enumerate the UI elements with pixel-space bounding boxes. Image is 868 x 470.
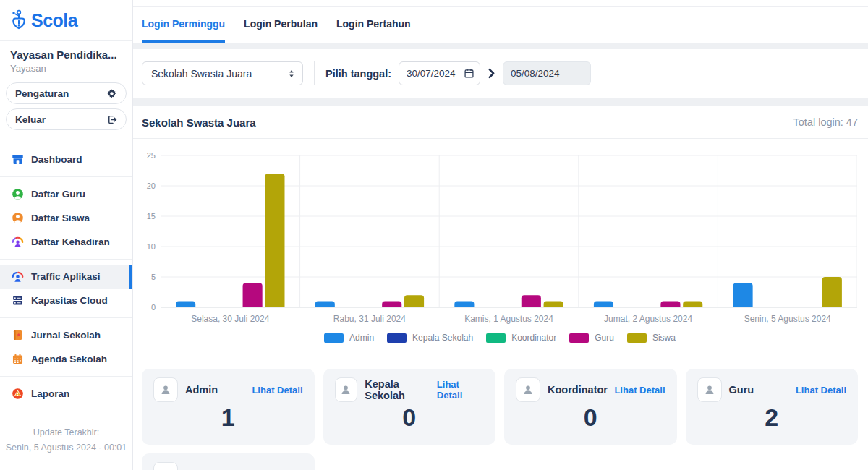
sidebar-item-dashboard[interactable]: Dashboard — [0, 148, 132, 171]
card-title: Koordinator — [548, 384, 608, 396]
svg-text:Rabu, 31 Juli 2024: Rabu, 31 Juli 2024 — [333, 314, 406, 324]
settings-button[interactable]: Pengaturan — [6, 82, 127, 104]
chart-bar — [594, 302, 613, 307]
legend-label: Kepala Sekolah — [412, 333, 473, 343]
lihat-detail-link[interactable]: Lihat Detail — [614, 385, 665, 396]
report-header: Sekolah Swasta Juara Total login: 47 — [133, 106, 868, 139]
chart-bar — [822, 277, 842, 307]
sidebar-item-daftar-guru[interactable]: Daftar Guru — [0, 182, 132, 206]
sidebar-item-daftar-siswa[interactable]: Daftar Siswa — [0, 206, 132, 230]
filter-bar: Sekolah Swasta Juara Pilih tanggal: — [133, 49, 868, 98]
tab-login-perminggu[interactable]: Login Perminggu — [142, 7, 225, 43]
chart-legend: AdminKepala SekolahKoordinatorGuruSiswa — [142, 329, 858, 346]
person-icon — [335, 377, 358, 402]
chevron-right-icon — [488, 68, 495, 79]
legend-label: Guru — [595, 333, 614, 343]
report-warning-icon — [12, 388, 24, 400]
card-kepala-sekolah: Kepala Sekolah Lihat Detail 0 — [323, 369, 496, 445]
card-title: Guru — [729, 384, 754, 396]
svg-text:0: 0 — [151, 303, 156, 312]
section-gap — [133, 98, 868, 106]
nav-group-school: Jurnal Sekolah Agenda Sekola — [0, 318, 132, 376]
org-type: Yayasan — [10, 63, 122, 74]
legend-label: Koordinator — [511, 333, 556, 343]
sidebar-item-jurnal-sekolah[interactable]: Jurnal Sekolah — [0, 323, 132, 347]
card-title: Kepala Sekolah — [365, 378, 437, 401]
legend-item: Kepala Sekolah — [387, 333, 473, 343]
report-title: Sekolah Swasta Juara — [142, 116, 256, 129]
logout-button[interactable]: Keluar — [6, 108, 127, 130]
logo[interactable]: Scola — [0, 0, 132, 41]
legend-swatch — [486, 333, 506, 343]
school-select-value: Sekolah Swasta Juara — [151, 68, 288, 80]
last-update: Update Terakhir: Senin, 5 Agustus 2024 -… — [0, 425, 132, 456]
sidebar-item-laporan[interactable]: Laporan — [0, 382, 132, 406]
scola-logo-icon — [9, 9, 28, 31]
person-icon — [153, 462, 178, 470]
logout-button-label: Keluar — [15, 114, 46, 125]
legend-swatch — [324, 333, 344, 343]
sidebar-item-label: Dashboard — [31, 154, 82, 165]
card-value: 0 — [516, 403, 665, 432]
lihat-detail-link[interactable]: Lihat Detail — [252, 385, 302, 396]
report-panel: Sekolah Swasta Juara Total login: 47 051… — [133, 106, 868, 470]
nav-group-report: Laporan — [0, 377, 132, 411]
sidebar-item-label: Laporan — [31, 388, 69, 399]
teacher-icon — [12, 188, 24, 200]
journal-icon — [12, 329, 24, 341]
svg-text:Senin, 5 Agustus 2024: Senin, 5 Agustus 2024 — [744, 314, 831, 324]
nav-group-people: Daftar Guru Daftar Siswa — [0, 177, 132, 259]
card-title: Admin — [185, 384, 218, 396]
chart-bar — [660, 302, 680, 307]
section-gap — [133, 43, 868, 49]
sidebar-item-label: Daftar Guru — [31, 189, 85, 200]
legend-swatch — [627, 333, 647, 343]
logout-icon — [106, 114, 117, 125]
tab-login-perbulan[interactable]: Login Perbulan — [244, 7, 318, 43]
svg-text:10: 10 — [147, 242, 156, 251]
school-select[interactable]: Sekolah Swasta Juara — [142, 61, 303, 85]
org-block: Yayasan Pendidika... Yayasan — [0, 41, 132, 78]
app-name: Scola — [31, 10, 77, 31]
chart-bar — [265, 174, 284, 307]
card-siswa: Siswa Lihat Detail — [142, 453, 315, 470]
total-login: Total login: 47 — [793, 116, 858, 128]
person-icon — [697, 377, 722, 402]
card-admin: Admin Lihat Detail 1 — [142, 369, 315, 445]
date-to-input[interactable] — [503, 61, 591, 85]
chart-bar — [683, 302, 702, 307]
card-koordinator: Koordinator Lihat Detail 0 — [504, 369, 677, 445]
legend-label: Siswa — [652, 333, 676, 343]
svg-text:20: 20 — [147, 181, 156, 190]
chart-bar — [733, 283, 753, 307]
card-value: 2 — [697, 403, 847, 432]
date-filter-label: Pilih tanggal: — [326, 68, 391, 80]
chart-bar — [315, 302, 335, 307]
date-from-input[interactable] — [399, 61, 480, 85]
sidebar-item-label: Daftar Siswa — [31, 213, 90, 223]
card-value: 0 — [335, 403, 485, 432]
gear-icon — [106, 88, 117, 99]
tab-login-pertahun[interactable]: Login Pertahun — [336, 7, 411, 43]
legend-swatch — [387, 333, 407, 343]
chart-bar — [382, 302, 401, 307]
sidebar-item-label: Traffic Aplikasi — [31, 271, 101, 282]
app-window: Scola Yayasan Pendidika... Yayasan Penga… — [0, 0, 868, 470]
svg-text:Jumat, 2 Agustus 2024: Jumat, 2 Agustus 2024 — [604, 314, 692, 324]
lihat-detail-link[interactable]: Lihat Detail — [437, 379, 484, 401]
lihat-detail-link[interactable]: Lihat Detail — [796, 385, 846, 396]
tabs-bar: Login Perminggu Login Perbulan Login Per… — [133, 0, 868, 43]
settings-button-label: Pengaturan — [15, 88, 69, 99]
nav-group-traffic: Traffic Aplikasi Kapasitas Cloud — [0, 260, 132, 317]
sidebar-item-kapasitas-cloud[interactable]: Kapasitas Cloud — [0, 289, 132, 312]
last-update-label: Update Terakhir: — [4, 425, 128, 440]
sidebar-item-agenda-sekolah[interactable]: Agenda Sekolah — [0, 347, 132, 371]
svg-text:15: 15 — [147, 212, 156, 221]
card-value: 1 — [153, 403, 303, 432]
legend-item: Guru — [569, 333, 614, 343]
nav-group-dashboard: Dashboard — [0, 142, 132, 176]
calendar-icon — [12, 353, 24, 365]
sidebar-item-traffic-aplikasi[interactable]: Traffic Aplikasi — [0, 265, 132, 289]
sidebar-item-daftar-kehadiran[interactable]: Daftar Kehadiran — [0, 230, 132, 254]
chart-bar — [522, 295, 541, 307]
